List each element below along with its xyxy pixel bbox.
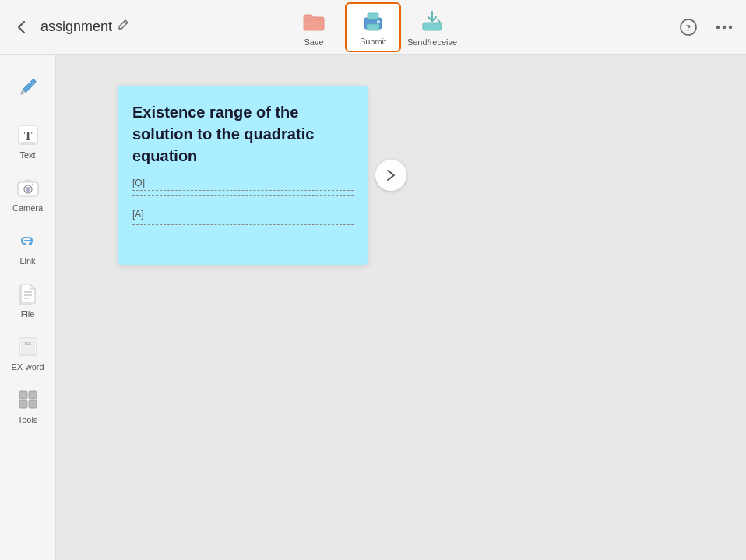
sidebar-item-exword[interactable]: EX EX-word: [3, 327, 53, 377]
svg-point-8: [723, 26, 726, 29]
pen-icon: [14, 73, 42, 101]
card-title: Existence range of the solution to the q…: [132, 101, 354, 167]
sidebar: T Text Camera Link: [0, 55, 56, 560]
sidebar-item-pen[interactable]: [3, 62, 53, 112]
svg-text:?: ?: [686, 22, 691, 33]
sidebar-item-text[interactable]: T Text: [3, 115, 53, 165]
next-arrow-button[interactable]: [375, 160, 406, 191]
svg-point-3: [377, 20, 380, 23]
top-bar: assignment Save: [0, 0, 746, 55]
text-icon: T: [14, 121, 42, 149]
sidebar-camera-label: Camera: [12, 203, 43, 213]
sidebar-item-file[interactable]: File: [3, 274, 53, 324]
send-receive-label: Send/receive: [407, 37, 457, 47]
card-q-line2: [132, 195, 354, 196]
svg-rect-21: [21, 347, 35, 354]
svg-point-9: [729, 26, 732, 29]
submit-icon: [359, 9, 387, 35]
help-button[interactable]: ?: [674, 13, 702, 41]
card-a-line1: [132, 224, 354, 225]
svg-point-15: [31, 184, 33, 186]
card-a-label: [A]: [132, 209, 354, 220]
sidebar-item-link[interactable]: Link: [3, 221, 53, 271]
exword-icon: EX: [14, 333, 42, 361]
save-icon: [300, 8, 328, 36]
svg-rect-1: [368, 13, 378, 19]
svg-point-7: [716, 26, 720, 29]
sidebar-link-label: Link: [19, 256, 35, 266]
svg-text:T: T: [23, 129, 32, 143]
sidebar-exword-label: EX-word: [11, 362, 44, 372]
card-q-label: [Q]: [132, 178, 354, 188]
submit-label: Submit: [360, 37, 386, 46]
sidebar-item-tools[interactable]: Tools: [3, 380, 53, 430]
svg-text:EX: EX: [24, 341, 30, 346]
camera-icon: [14, 174, 42, 202]
send-receive-icon: [418, 8, 446, 36]
sidebar-file-label: File: [21, 309, 35, 319]
back-button[interactable]: [6, 12, 37, 43]
svg-rect-24: [29, 391, 37, 399]
top-right-actions: ?: [674, 0, 738, 55]
save-label: Save: [304, 37, 323, 47]
save-button[interactable]: Save: [286, 2, 342, 52]
submit-button[interactable]: Submit: [345, 2, 401, 52]
assignment-name: assignment: [40, 19, 112, 35]
sidebar-item-camera[interactable]: Camera: [3, 168, 53, 218]
svg-rect-2: [367, 24, 379, 30]
tools-icon: [14, 386, 42, 414]
svg-rect-26: [29, 400, 37, 408]
edit-icon[interactable]: [117, 19, 129, 35]
card-wrapper: Existence range of the solution to the q…: [118, 86, 406, 265]
send-receive-button[interactable]: Send/receive: [404, 2, 460, 52]
file-icon: [14, 280, 42, 308]
sidebar-tools-label: Tools: [18, 415, 38, 424]
svg-rect-23: [19, 391, 27, 399]
assignment-title: assignment: [40, 19, 129, 35]
more-options-button[interactable]: [710, 13, 738, 41]
sidebar-text-label: Text: [19, 150, 35, 160]
card-q-line1: [132, 190, 354, 191]
main-content: Existence range of the solution to the q…: [56, 55, 746, 560]
svg-point-14: [26, 187, 30, 192]
toolbar-center: Save Submit: [286, 0, 460, 55]
link-icon: [14, 227, 42, 255]
svg-rect-25: [19, 400, 27, 408]
question-card: Existence range of the solution to the q…: [118, 86, 368, 265]
